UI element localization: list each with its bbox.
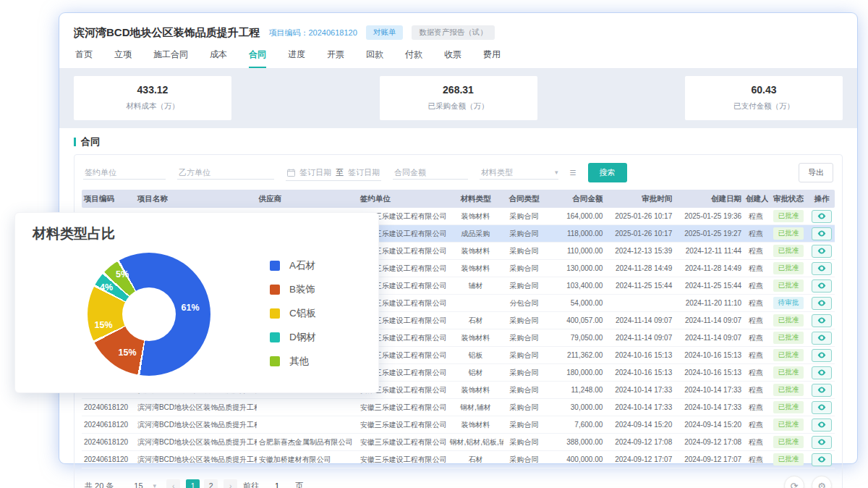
view-button[interactable]	[812, 384, 832, 397]
next-page-button[interactable]: ›	[224, 479, 237, 488]
nav-tab[interactable]: 开票	[327, 49, 344, 68]
view-button[interactable]	[812, 210, 832, 223]
nav-tab[interactable]: 立项	[114, 49, 132, 68]
nav-tab[interactable]: 进度	[288, 49, 305, 68]
sign-date-start[interactable]: 签订日期	[299, 167, 331, 178]
view-button[interactable]	[812, 418, 832, 432]
nav-tabs: 首页立项施工合同成本合同进度开票回款付款收票费用	[59, 44, 857, 68]
cell-material-type: 装饰材料	[448, 246, 504, 256]
search-button[interactable]: 搜索	[588, 163, 627, 182]
cell-amount: 400,000.00	[544, 455, 605, 463]
cell-create-date: 2024-11-20 11:10	[674, 299, 744, 307]
stat-value: 268.31	[380, 84, 537, 96]
page-number-button[interactable]: 1	[186, 479, 200, 488]
cell-project-code: 20240618120	[82, 421, 135, 429]
nav-tab[interactable]: 成本	[210, 49, 227, 68]
legend-item[interactable]: D钢材	[270, 331, 316, 344]
legend-item[interactable]: B装饰	[270, 283, 316, 296]
view-button[interactable]	[812, 227, 832, 240]
view-button[interactable]	[812, 401, 832, 414]
table-row[interactable]: 20240618120 滨河湾BCD地块公区装饰品质提升工程 安徽三乐建设工程有…	[82, 399, 835, 416]
cell-approval-time: 2024-11-25 15:44	[605, 282, 674, 290]
page-number-button[interactable]: 2	[204, 479, 218, 488]
material-type-input[interactable]	[480, 166, 555, 179]
amount-filter-input[interactable]	[393, 166, 468, 180]
view-button[interactable]	[812, 262, 832, 275]
view-button[interactable]	[812, 279, 832, 293]
legend-label: 其他	[289, 355, 309, 368]
cell-status: 已批准	[768, 210, 809, 222]
view-button[interactable]	[812, 314, 832, 327]
sign-date-end[interactable]: 签订日期	[348, 167, 380, 178]
status-badge: 待审批	[773, 297, 804, 309]
legend-item[interactable]: C铝板	[270, 307, 316, 320]
table-row[interactable]: 20240618120 滨河湾BCD地块公区装饰品质提升工程 安徽三乐建设工程有…	[82, 416, 835, 434]
nav-tab[interactable]: 回款	[366, 49, 383, 68]
gear-icon[interactable]: ⚙	[812, 476, 832, 488]
data-report-button[interactable]: 数据资产报告（试）	[412, 25, 495, 40]
legend-swatch-icon	[270, 356, 280, 366]
cell-material-type: 铝板	[448, 350, 504, 361]
legend-item[interactable]: 其他	[270, 355, 316, 368]
refresh-icon[interactable]: ⟳	[784, 476, 804, 488]
view-button[interactable]	[812, 297, 832, 310]
nav-tab[interactable]: 合同	[249, 49, 266, 68]
nav-tab[interactable]: 首页	[75, 49, 93, 68]
filter-collapse-icon[interactable]: ☰	[570, 169, 576, 177]
material-type-select[interactable]: ▾	[480, 166, 558, 180]
status-badge: 已批准	[773, 418, 804, 431]
stat-value: 433.12	[74, 84, 231, 96]
cell-create-date: 2024-11-25 15:44	[674, 282, 744, 290]
table-row[interactable]: 20240618120 滨河湾BCD地块公区装饰品质提升工程 合肥新喜杰金属制品…	[82, 434, 835, 451]
cell-create-date: 2024-12-11 11:44	[674, 247, 744, 255]
cell-material-type: 石材	[448, 455, 504, 465]
export-button[interactable]: 导出	[799, 163, 833, 182]
cell-status: 已批准	[768, 262, 809, 274]
column-header: 创建人	[744, 194, 768, 204]
nav-tab[interactable]: 费用	[483, 49, 501, 68]
nav-tab[interactable]: 付款	[405, 49, 422, 68]
column-header: 签约单位	[358, 194, 448, 204]
cell-amount: 211,362.00	[544, 351, 605, 359]
cell-creator: 程燕	[744, 264, 768, 274]
legend-swatch-icon	[270, 285, 280, 295]
table-tools: ⟳ ⚙	[784, 476, 832, 488]
page-size-select[interactable]: 15 ▾	[129, 480, 161, 488]
donut-chart: 61%15%15%4%5%	[88, 253, 210, 376]
legend-swatch-icon	[270, 332, 280, 342]
table-row[interactable]: 20240618120 滨河湾BCD地块公区装饰品质提升工程 安徽加桥建材有限公…	[82, 451, 835, 468]
cell-approval-time: 2024-10-14 17:33	[605, 386, 674, 394]
sign-date-range-picker[interactable]: 签订日期 至 签订日期	[286, 165, 381, 181]
view-button[interactable]	[812, 453, 832, 466]
cell-contract-type: 采购合同	[503, 264, 544, 274]
goto-page-input[interactable]	[265, 479, 289, 488]
status-badge: 已批准	[773, 227, 804, 240]
cell-approval-time: 2024-09-12 17:07	[605, 455, 674, 463]
cell-amount: 54,000.00	[544, 299, 605, 307]
cell-create-date: 2024-10-16 15:13	[674, 369, 744, 376]
view-button[interactable]	[812, 436, 832, 449]
view-button[interactable]	[812, 245, 832, 258]
pagination-bar: 共 20 条 15 ▾ ‹ 12 › 前往 页 ⟳ ⚙	[82, 468, 835, 488]
stat-label: 已支付金额（万）	[685, 101, 843, 112]
view-button[interactable]	[812, 349, 832, 362]
party-b-filter-input[interactable]	[177, 166, 274, 180]
cell-contract-type: 采购合同	[503, 316, 544, 326]
prev-page-button[interactable]: ‹	[166, 479, 180, 488]
nav-tab[interactable]: 收票	[444, 49, 461, 68]
cell-status: 已批准	[768, 418, 809, 431]
signer-filter-input[interactable]	[83, 166, 166, 180]
cell-contract-type: 采购合同	[503, 420, 544, 430]
view-button[interactable]	[812, 332, 832, 345]
cell-status: 已批准	[768, 279, 809, 292]
cell-project-code: 20240618120	[82, 403, 135, 411]
cell-amount: 7,600.00	[544, 421, 605, 429]
legend-item[interactable]: A石材	[270, 259, 316, 272]
status-badge: 已批准	[773, 349, 804, 361]
cell-action	[809, 297, 835, 310]
cell-signer: 安徽三乐建设工程有限公司	[358, 420, 448, 430]
reconciliation-button[interactable]: 对账单	[366, 25, 404, 40]
view-button[interactable]	[812, 366, 832, 379]
legend-label: B装饰	[289, 283, 315, 296]
nav-tab[interactable]: 施工合同	[153, 49, 188, 68]
